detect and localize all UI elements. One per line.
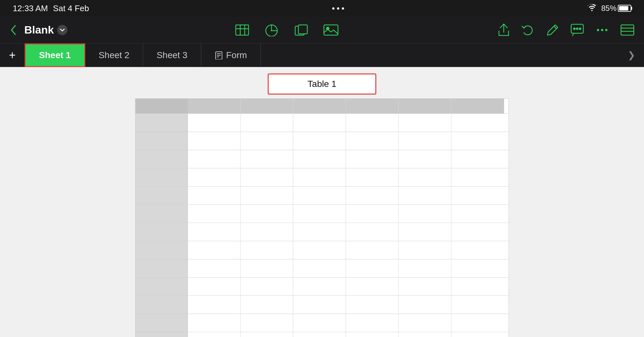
more-options-icon[interactable]	[595, 24, 609, 36]
wifi-icon	[587, 4, 597, 13]
table-row	[135, 223, 509, 241]
form-icon	[215, 51, 223, 59]
table-row	[135, 114, 509, 132]
svg-point-12	[577, 28, 578, 29]
cell-r1c3[interactable]	[293, 114, 346, 132]
svg-point-16	[605, 29, 608, 31]
row-header-1	[135, 114, 188, 132]
tab-form-label: Form	[226, 50, 247, 60]
dot2	[337, 7, 339, 10]
tabs-scroll-right[interactable]: ❯	[619, 50, 644, 60]
svg-point-4	[271, 30, 272, 31]
svg-rect-6	[298, 25, 307, 34]
cell-r1c4[interactable]	[346, 114, 399, 132]
sheet-tabs-bar: + Sheet 1 Sheet 2 Sheet 3 Form ❯	[0, 43, 644, 67]
header-col-f[interactable]	[451, 99, 504, 113]
status-time-date: 12:33 AM Sat 4 Feb	[13, 4, 89, 13]
table-row	[135, 241, 509, 259]
share-icon[interactable]	[498, 23, 510, 37]
tab-sheet1[interactable]: Sheet 1	[25, 43, 85, 67]
svg-rect-17	[621, 25, 634, 35]
main-toolbar: Blank	[0, 17, 644, 43]
table-row	[135, 259, 509, 278]
tab-sheet1-label: Sheet 1	[39, 50, 71, 60]
sidebar-icon[interactable]	[620, 24, 634, 36]
table-title-text: Table 1	[308, 79, 336, 89]
table-title[interactable]: Table 1	[268, 73, 376, 95]
annotate-icon[interactable]	[546, 24, 559, 36]
table-title-wrapper: Table 1	[6, 73, 638, 98]
document-title[interactable]: Blank	[24, 24, 67, 36]
header-col-a[interactable]	[188, 99, 241, 113]
table-row	[135, 168, 509, 187]
grid-header-row	[135, 99, 509, 114]
toolbar-left: Blank	[10, 23, 93, 37]
insert-table-icon[interactable]	[235, 24, 249, 36]
svg-point-13	[579, 28, 581, 29]
table-row	[135, 278, 509, 296]
battery-indicator: 85%	[601, 4, 631, 13]
svg-line-9	[554, 26, 556, 29]
main-content-area: Table 1	[0, 67, 644, 337]
add-icon: +	[9, 49, 16, 62]
table-row	[135, 132, 509, 150]
table-row	[135, 296, 509, 314]
date-display: Sat 4 Feb	[53, 4, 89, 13]
back-button[interactable]	[10, 23, 19, 37]
cell-r1c5[interactable]	[399, 114, 451, 132]
add-sheet-button[interactable]: +	[0, 49, 25, 62]
dot1	[332, 7, 334, 10]
insert-media-icon[interactable]	[323, 24, 339, 36]
battery-percent: 85%	[601, 4, 617, 13]
insert-chart-icon[interactable]	[264, 24, 279, 36]
table-row	[135, 150, 509, 168]
header-col-e[interactable]	[399, 99, 451, 113]
insert-shapes-icon[interactable]	[294, 24, 308, 36]
header-col-d[interactable]	[346, 99, 399, 113]
table-row	[135, 314, 509, 332]
header-row-corner	[135, 99, 188, 113]
cell-r1c6[interactable]	[451, 114, 504, 132]
tab-form[interactable]: Form	[201, 43, 261, 67]
table-row	[135, 187, 509, 205]
row-header-2	[135, 132, 188, 150]
cell-r1c1[interactable]	[188, 114, 241, 132]
time-display: 12:33 AM	[13, 4, 48, 13]
undo-icon[interactable]	[521, 24, 535, 36]
svg-point-15	[601, 29, 603, 31]
title-chevron[interactable]	[57, 25, 67, 35]
spreadsheet-grid[interactable]	[135, 98, 509, 337]
table-row	[135, 205, 509, 223]
cell-r1c2[interactable]	[241, 114, 293, 132]
svg-point-14	[597, 29, 599, 31]
tab-sheet2-label: Sheet 2	[99, 50, 130, 60]
svg-rect-0	[236, 25, 249, 35]
toolbar-center-icons	[93, 24, 481, 36]
status-bar: 12:33 AM Sat 4 Feb 85%	[0, 0, 644, 17]
header-col-c[interactable]	[293, 99, 346, 113]
battery-fill	[619, 6, 628, 11]
svg-point-11	[574, 28, 575, 29]
tab-sheet3[interactable]: Sheet 3	[143, 43, 201, 67]
tab-sheet2[interactable]: Sheet 2	[85, 43, 143, 67]
toolbar-right-icons	[481, 23, 634, 37]
battery-box	[618, 5, 631, 12]
dot3	[342, 7, 344, 10]
comment-icon[interactable]	[571, 24, 584, 36]
status-right: 85%	[587, 4, 631, 13]
table-row	[135, 332, 509, 337]
title-text: Blank	[24, 24, 54, 36]
status-dots	[332, 7, 344, 10]
tab-sheet3-label: Sheet 3	[157, 50, 188, 60]
table-container: Table 1	[6, 73, 638, 337]
header-col-b[interactable]	[241, 99, 293, 113]
svg-rect-7	[324, 25, 338, 35]
